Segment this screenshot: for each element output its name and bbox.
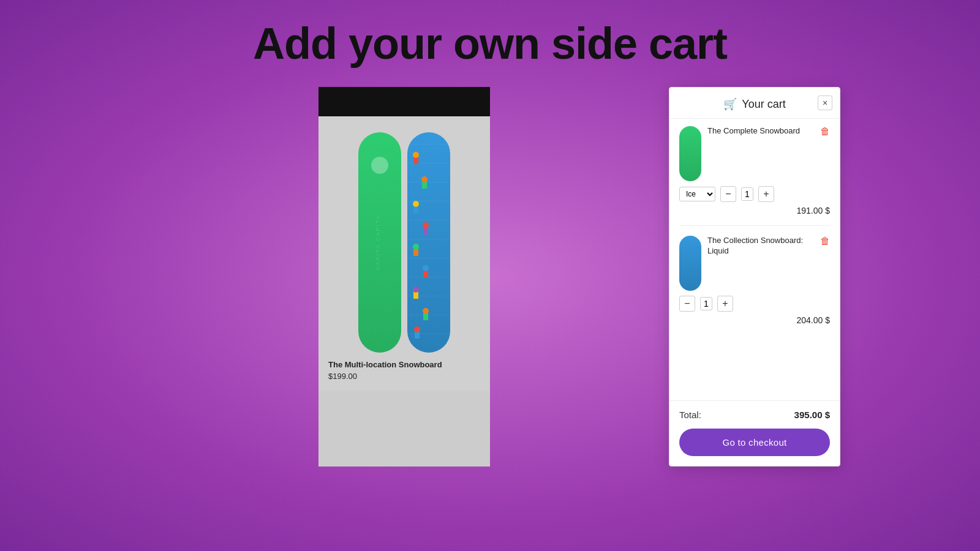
product-name: The Multi-location Snowboard [328,360,442,369]
snowboard-pattern [407,132,450,353]
cart-close-button[interactable]: × [818,96,832,110]
qty-value-2: 1 [700,297,712,310]
cart-item-controls-1: Ice Blue Red − 1 + [679,186,830,202]
cart-title: 🛒 Your cart [723,97,785,111]
cart-item-thumb-2 [679,236,701,291]
product-price: $199.00 [328,372,442,381]
cart-item-name-1: The Complete Snowboard [707,126,814,137]
cart-item-controls-2: − 1 + [679,296,830,312]
svg-point-6 [413,201,419,207]
qty-value-1: 1 [741,187,753,201]
cart-items-list: The Complete Snowboard 🗑 Ice Blue Red − … [669,119,840,400]
cart-total-value: 395.00 $ [794,410,830,420]
svg-point-2 [413,152,419,158]
qty-decrease-2[interactable]: − [679,296,695,312]
svg-point-16 [423,308,429,314]
cart-panel: 🛒 Your cart × The Complete Snowboard 🗑 I… [669,87,840,467]
snowboard-green: CAPITA CAPITA [358,132,401,353]
cart-item-delete-1[interactable]: 🗑 [820,126,830,137]
cart-item-name-2: The Collection Snowboard: Liquid [707,236,814,257]
cart-item-thumb-1 [679,126,701,181]
shop-header [318,87,490,116]
cart-item-top-2: The Collection Snowboard: Liquid 🗑 [679,236,830,291]
product-info: The Multi-location Snowboard $199.00 [328,360,442,381]
cart-item-delete-2[interactable]: 🗑 [820,236,830,247]
cart-item-price-1: 191.00 $ [679,206,830,216]
cart-total: Total: 395.00 $ [679,410,830,420]
shop-body: CAPITA CAPITA [318,116,490,391]
svg-point-8 [423,222,429,228]
cart-item-price-2: 204.00 $ [679,315,830,325]
svg-point-12 [423,265,429,271]
shop-preview: CAPITA CAPITA [318,87,490,467]
cart-item: The Complete Snowboard 🗑 Ice Blue Red − … [679,126,830,226]
qty-increase-1[interactable]: + [758,186,774,202]
cart-total-label: Total: [679,410,701,420]
cart-icon: 🛒 [723,97,737,111]
svg-point-18 [414,326,420,332]
svg-point-10 [413,244,419,250]
cart-item-2: The Collection Snowboard: Liquid 🗑 − 1 +… [679,236,830,335]
variant-select-1[interactable]: Ice Blue Red [679,187,715,201]
snowboards-row: CAPITA CAPITA [358,132,450,353]
cart-title-text: Your cart [742,98,785,111]
qty-decrease-1[interactable]: − [720,186,736,202]
svg-point-14 [413,287,419,293]
qty-increase-2[interactable]: + [717,296,733,312]
cart-header: 🛒 Your cart × [669,88,840,119]
svg-text:CAPITA CAPITA: CAPITA CAPITA [375,214,381,271]
svg-point-4 [421,176,428,182]
cart-footer: Total: 395.00 $ Go to checkout [669,400,840,466]
page-title: Add your own side cart [253,18,727,69]
demo-container: CAPITA CAPITA [318,87,662,467]
checkout-button[interactable]: Go to checkout [679,429,830,456]
cart-item-top-1: The Complete Snowboard 🗑 [679,126,830,181]
